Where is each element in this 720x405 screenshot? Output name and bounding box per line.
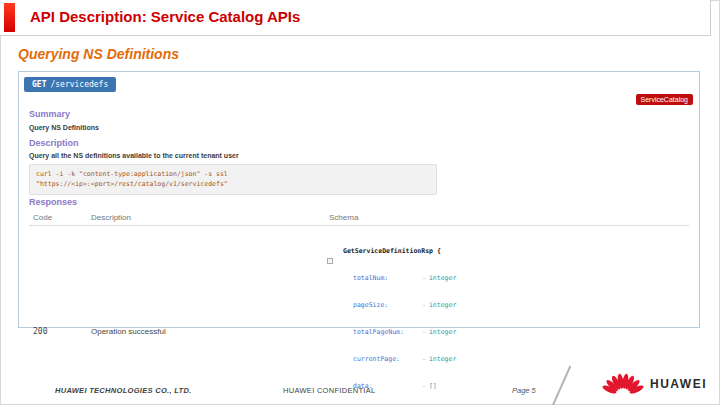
schema-key: totalNum: — [353, 274, 419, 283]
footer-page-number: Page 5 — [512, 386, 536, 395]
schema-separator: - — [422, 328, 426, 336]
schema-type: integer — [429, 328, 456, 336]
schema-key: totalPageNum: — [353, 328, 419, 337]
schema-separator: - — [422, 355, 426, 363]
table-header-row: Code Description Schema — [29, 211, 689, 225]
schema-key: currentPage: — [353, 355, 419, 364]
description-text: Query all the NS definitions available t… — [29, 152, 239, 159]
description-label: Description — [29, 138, 79, 148]
responses-label: Responses — [29, 197, 77, 207]
schema-resize-icon[interactable] — [327, 258, 333, 264]
http-method-label: GET — [32, 80, 46, 89]
curl-code-block: curl -i -k "content-type:application/jso… — [29, 164, 437, 195]
slide-header: API Description: Service Catalog APIs — [0, 0, 711, 36]
schema-key: pageSize: — [353, 301, 419, 310]
page-title: API Description: Service Catalog APIs — [30, 8, 300, 25]
api-doc-panel: GET/servicedefs ServiceCatalog Summary Q… — [18, 71, 700, 328]
schema-field-row: currentPage:-integer — [343, 355, 685, 364]
response-description-cell: Operation successful — [87, 225, 325, 405]
summary-text: Query NS Definitions — [29, 124, 99, 131]
schema-type: integer — [429, 355, 456, 363]
schema-separator: - — [422, 301, 426, 309]
slide: API Description: Service Catalog APIs Qu… — [0, 0, 720, 405]
code-line-2: "https://<ip>:<port>/rest/catalog/v1/ser… — [36, 179, 430, 189]
schema-field-row: totalPageNum:-integer — [343, 328, 685, 337]
table-header-code: Code — [29, 211, 87, 225]
slide-subtitle: Querying NS Definitions — [18, 46, 179, 62]
summary-label: Summary — [29, 109, 70, 119]
footer-confidential: HUAWEI CONFIDENTIAL — [283, 386, 376, 395]
schema-field-row: totalNum:-integer — [343, 274, 685, 283]
schema-root-name: GetServiceDefinitionRsp { — [343, 247, 685, 256]
huawei-logo: HUAWEI — [602, 371, 707, 397]
schema-field-row: pageSize:-integer — [343, 301, 685, 310]
endpoint-path: /servicedefs — [50, 80, 108, 89]
table-row-200: 200 Operation successful GetServiceDefin… — [29, 225, 689, 405]
schema-type: integer — [429, 301, 456, 309]
responses-table: Code Description Schema 200 Operation su… — [29, 211, 689, 405]
get-endpoint-button[interactable]: GET/servicedefs — [24, 77, 116, 92]
code-line-1: curl -i -k "content-type:application/jso… — [36, 169, 430, 179]
huawei-logo-icon — [602, 371, 644, 397]
title-accent-bar — [4, 3, 15, 32]
table-header-description: Description — [87, 211, 325, 225]
service-catalog-tag[interactable]: ServiceCatalog — [636, 94, 693, 105]
schema-separator: - — [422, 382, 426, 390]
response-code-cell: 200 — [29, 225, 87, 405]
schema-type: [] — [429, 382, 437, 390]
schema-type: integer — [429, 274, 456, 282]
table-header-schema: Schema — [325, 211, 689, 225]
footer-company: HUAWEI TECHNOLOGIES CO., LTD. — [55, 386, 191, 395]
huawei-logo-text: HUAWEI — [650, 377, 707, 391]
schema-separator: - — [422, 274, 426, 282]
